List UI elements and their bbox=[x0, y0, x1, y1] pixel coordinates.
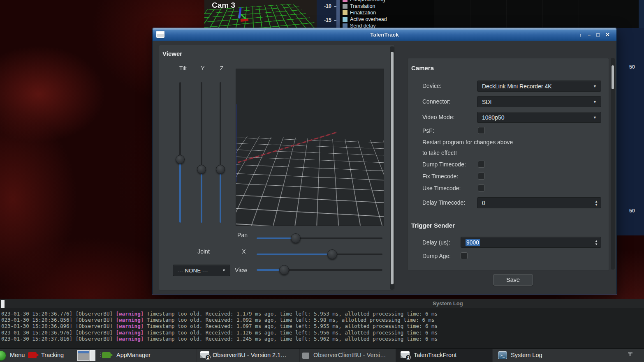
dump-age-label: Dump Age: bbox=[422, 253, 451, 259]
tilt-slider[interactable] bbox=[179, 82, 181, 223]
y-slider-label: Y bbox=[195, 65, 211, 71]
task-badge: 2 bbox=[205, 355, 211, 360]
viewer-heading: Viewer bbox=[162, 50, 182, 57]
desktop-pager-second[interactable] bbox=[90, 350, 95, 361]
close-button[interactable]: ✕ bbox=[605, 32, 610, 37]
tray-icon[interactable] bbox=[628, 353, 632, 357]
connector-value: SDI bbox=[482, 99, 491, 105]
log-line: 023-01-30 15:20:36.896] [ObserverBU] [wa… bbox=[1, 323, 438, 329]
spin-up-icon[interactable]: ▲ bbox=[595, 200, 598, 203]
legend-item: Active overhead bbox=[343, 16, 387, 23]
x-slider-label: X bbox=[236, 248, 252, 255]
menu-button[interactable]: Menu bbox=[10, 352, 25, 358]
fix-timecode-checkbox[interactable] bbox=[478, 173, 485, 180]
system-log-titlebar[interactable]: System Log bbox=[0, 299, 644, 308]
spin-down-icon[interactable]: ▼ bbox=[595, 242, 598, 245]
camera-panel-scrollbar-thumb[interactable] bbox=[612, 65, 614, 89]
camera-panel-scrollbar[interactable] bbox=[611, 58, 615, 270]
video-mode-dropdown[interactable]: 1080p50 ▼ bbox=[477, 112, 601, 123]
view-slider-label: View bbox=[230, 267, 252, 273]
viewer-scrollbar[interactable] bbox=[390, 46, 394, 290]
log-lines: 023-01-30 15:20:36.776] [ObserverBU] [wa… bbox=[1, 311, 438, 342]
dump-timecode-checkbox[interactable] bbox=[478, 161, 485, 168]
z-slider[interactable] bbox=[220, 82, 221, 223]
use-timecode-checkbox[interactable] bbox=[478, 184, 485, 191]
cam3-video-window: Cam 3 bbox=[204, 0, 317, 28]
log-line: 023-01-30 15:20:36.776] [ObserverBU] [wa… bbox=[1, 311, 438, 317]
taskbar-item-talentrackfront[interactable]: TalenTrackFront bbox=[414, 352, 456, 358]
viewer-scrollbar-thumb[interactable] bbox=[391, 52, 394, 284]
app-launcher-icon[interactable] bbox=[0, 350, 6, 361]
spin-up-icon[interactable]: ▲ bbox=[595, 239, 598, 242]
dump-age-checkbox[interactable] bbox=[461, 252, 468, 259]
fix-timecode-label: Fix Timecode: bbox=[422, 173, 458, 180]
log-separator bbox=[0, 342, 417, 342]
pan-slider-handle[interactable] bbox=[291, 233, 301, 243]
tracking-camera-icon[interactable] bbox=[28, 352, 37, 358]
chevron-down-icon: ▼ bbox=[593, 115, 597, 120]
x-slider[interactable] bbox=[257, 254, 382, 255]
pan-slider[interactable] bbox=[257, 237, 382, 239]
x-slider-handle[interactable] bbox=[327, 249, 337, 259]
legend-item: Postprocessing bbox=[343, 0, 385, 3]
camera-panel: Camera Device: DeckLink Mini Recorder 4K… bbox=[408, 58, 609, 271]
device-label: Device: bbox=[422, 83, 442, 89]
tilt-slider-fill bbox=[179, 159, 181, 223]
desktop-pager-icon[interactable] bbox=[77, 350, 90, 361]
taskbar-item-tracking[interactable]: Tracking bbox=[41, 352, 64, 358]
chevron-down-icon: ▼ bbox=[593, 84, 597, 88]
view-slider[interactable] bbox=[257, 269, 382, 271]
legend-label: Active overhead bbox=[350, 16, 387, 22]
psf-checkbox[interactable] bbox=[478, 127, 485, 134]
trigger-delay-value[interactable]: 9000 bbox=[466, 239, 480, 246]
maximize-button[interactable]: □ bbox=[596, 32, 600, 37]
y-slider-handle[interactable] bbox=[197, 165, 206, 174]
axis-tick: -10 bbox=[317, 3, 331, 9]
restart-note-line1: Restart program for changes above bbox=[422, 139, 513, 145]
x-slider-fill bbox=[257, 254, 332, 255]
delay-timecode-spinbox[interactable]: 0 ▲ ▼ bbox=[477, 197, 601, 208]
device-dropdown[interactable]: DeckLink Mini Recorder 4K ▼ bbox=[477, 81, 601, 92]
taskbar-item-systemlog[interactable]: System Log bbox=[511, 352, 542, 358]
cam3-label: Cam 3 bbox=[212, 1, 235, 10]
video-mode-value: 1080p50 bbox=[482, 114, 505, 121]
connector-dropdown[interactable]: SDI ▼ bbox=[477, 96, 601, 107]
task-badge: 2 bbox=[405, 355, 411, 360]
3d-viewport[interactable] bbox=[236, 69, 384, 226]
taskbar-item-appmanager[interactable]: AppManager bbox=[116, 352, 151, 358]
pan-slider-fill bbox=[257, 237, 296, 239]
trigger-delay-spinbox[interactable]: 9000 ▲ ▼ bbox=[461, 237, 601, 248]
observerclientbu-icon[interactable] bbox=[302, 353, 309, 359]
background-edge bbox=[639, 0, 644, 28]
spin-down-icon[interactable]: ▼ bbox=[595, 203, 598, 206]
view-slider-handle[interactable] bbox=[279, 265, 289, 275]
observerbu-window-icon[interactable]: 2 bbox=[200, 351, 209, 358]
appmanager-camera-icon[interactable] bbox=[102, 352, 111, 358]
legend-swatch bbox=[343, 23, 347, 28]
legend-label: Postprocessing bbox=[350, 0, 385, 2]
y-slider[interactable] bbox=[201, 82, 202, 223]
z-slider-handle[interactable] bbox=[216, 165, 225, 174]
axis-tick: -15 bbox=[317, 17, 331, 23]
device-value: DeckLink Mini Recorder 4K bbox=[482, 83, 552, 90]
legend-item: Send delay bbox=[343, 23, 376, 28]
minimize-button[interactable]: – bbox=[588, 32, 591, 37]
keep-above-button[interactable]: ↑ bbox=[579, 32, 582, 37]
system-log-title: System Log bbox=[433, 300, 463, 307]
use-timecode-label: Use Timecode: bbox=[422, 185, 461, 191]
joint-dropdown-value: --- NONE --- bbox=[178, 267, 208, 274]
save-button[interactable]: Save bbox=[493, 274, 533, 286]
log-scrollbar-fragment[interactable] bbox=[1, 300, 5, 308]
psf-label: PsF: bbox=[422, 127, 434, 134]
talentrackfront-window-icon[interactable]: 2 bbox=[401, 351, 410, 358]
connector-label: Connector: bbox=[422, 98, 450, 105]
joint-dropdown[interactable]: --- NONE --- ▼ bbox=[173, 265, 230, 276]
titlebar[interactable]: TalenTrack ↑ – □ ✕ bbox=[153, 28, 616, 41]
chart-divider bbox=[336, 0, 340, 28]
tilt-slider-handle[interactable] bbox=[176, 155, 185, 164]
dump-timecode-label: Dump Timecode: bbox=[422, 161, 466, 168]
taskbar-item-observerclientbu[interactable]: ObserverClientBU - Versi… bbox=[313, 352, 386, 358]
pan-slider-label: Pan bbox=[223, 232, 248, 238]
terminal-icon[interactable]: >_ bbox=[498, 351, 507, 359]
taskbar-item-observerbu[interactable]: ObserverBU - Version 2.1… bbox=[213, 352, 287, 358]
